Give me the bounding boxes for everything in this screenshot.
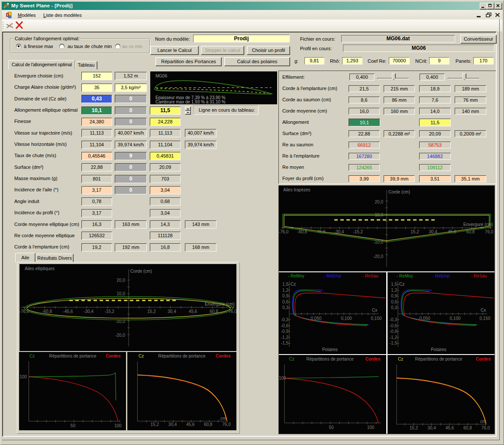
svg-text:30,4: 30,4 (427, 426, 436, 430)
svg-text:50: 50 (71, 423, 76, 428)
svg-text:-15,2: -15,2 (353, 229, 363, 234)
svg-text:-45,6: -45,6 (63, 309, 73, 314)
svg-text:1,2: 1,2 (282, 288, 288, 293)
svg-text:1,5: 1,5 (391, 282, 397, 287)
svg-text:Cz: Cz (139, 354, 144, 358)
svg-text:0,6: 0,6 (282, 300, 288, 304)
svg-text:-1,2: -1,2 (390, 335, 397, 340)
svg-text:76,0: 76,0 (481, 426, 490, 430)
svg-text:-20,0: -20,0 (373, 254, 383, 259)
svg-text:45,6: 45,6 (446, 426, 454, 430)
svg-text:-0,9: -0,9 (390, 329, 397, 334)
svg-text:Ailes trapèzes: Ailes trapèzes (283, 187, 310, 192)
svg-text:Cz: Cz (399, 282, 404, 287)
svg-text:100: 100 (367, 425, 375, 430)
svg-text:15,2: 15,2 (147, 309, 156, 314)
svg-text:30,4: 30,4 (168, 309, 176, 314)
svg-text:Envergure (cm): Envergure (cm) (463, 222, 493, 227)
svg-text:- ReMoy: - ReMoy (397, 274, 413, 278)
svg-text:Cz: Cz (29, 354, 35, 358)
svg-text:Corde (cm): Corde (cm) (388, 190, 410, 194)
svg-text:Répartitions de portance: Répartitions de portance (158, 354, 206, 358)
svg-text:Cz: Cz (291, 282, 296, 287)
svg-text:Polaires: Polaires (322, 347, 338, 352)
svg-text:100: 100 (114, 423, 122, 428)
svg-text:Polaires: Polaires (431, 347, 446, 352)
svg-text:60,8: 60,8 (204, 422, 213, 427)
svg-text:1,5: 1,5 (282, 282, 288, 287)
svg-text:-1,5: -1,5 (390, 341, 397, 345)
svg-text:Cordes: Cordes (216, 354, 231, 358)
svg-text:0,150: 0,150 (479, 316, 490, 321)
svg-text:-0,9: -0,9 (281, 329, 289, 334)
svg-text:Cx: Cx (481, 308, 486, 313)
svg-text:- ReEmp: - ReEmp (433, 274, 450, 278)
svg-text:76,0: 76,0 (485, 229, 494, 234)
svg-text:-1,2: -1,2 (281, 335, 289, 340)
svg-text:20,0: 20,0 (117, 278, 126, 283)
svg-text:20,0: 20,0 (375, 200, 384, 204)
svg-text:15,2: 15,2 (410, 426, 418, 430)
svg-text:-20,0: -20,0 (115, 333, 125, 338)
svg-text:Répartitions de portance: Répartitions de portance (307, 357, 354, 361)
svg-text:10,0: 10,0 (117, 291, 126, 296)
svg-text:0,3: 0,3 (391, 305, 397, 310)
svg-text:0,150: 0,150 (371, 316, 381, 321)
svg-text:Cx: Cx (372, 308, 377, 313)
svg-text:Cz: Cz (289, 357, 294, 361)
svg-text:60,8: 60,8 (463, 426, 472, 430)
svg-text:15,2: 15,2 (151, 422, 159, 427)
svg-text:Corde (cm): Corde (cm) (130, 269, 152, 274)
svg-text:-0,6: -0,6 (281, 323, 289, 328)
svg-text:- ReSau: - ReSau (471, 274, 487, 278)
svg-text:0,3: 0,3 (282, 305, 288, 310)
svg-text:-0,6: -0,6 (390, 323, 397, 328)
svg-text:Répartitions de portance: Répartitions de portance (415, 357, 462, 361)
svg-text:0,100: 0,100 (449, 316, 460, 321)
svg-text:-0,3: -0,3 (281, 317, 289, 322)
svg-text:-15,2: -15,2 (104, 309, 114, 314)
svg-text:cm: cm (220, 416, 226, 421)
svg-text:-0,3: -0,3 (390, 317, 397, 322)
svg-text:0,9: 0,9 (391, 293, 397, 298)
svg-text:- ReEmp: - ReEmp (324, 274, 341, 278)
svg-text:Cordes: Cordes (476, 357, 491, 361)
svg-text:MG06: MG06 (155, 74, 168, 78)
svg-text:Cz: Cz (398, 357, 403, 361)
svg-text:45,6: 45,6 (186, 422, 195, 427)
svg-text:-60,8: -60,8 (42, 309, 52, 314)
svg-text:-30,4: -30,4 (84, 309, 94, 314)
svg-text:Cordes: Cordes (106, 354, 121, 358)
svg-text:-1,5: -1,5 (281, 341, 289, 345)
svg-text:45,6: 45,6 (189, 309, 197, 314)
svg-text:Cambrure max de 1,93 % à 31,10: Cambrure max de 1,93 % à 31,10 % (155, 100, 226, 104)
svg-text:15,2: 15,2 (410, 229, 419, 234)
svg-text:-76,0: -76,0 (279, 229, 289, 234)
svg-text:0,9: 0,9 (282, 293, 288, 298)
svg-text:- ReSau: - ReSau (362, 274, 378, 278)
svg-text:76,0: 76,0 (222, 422, 231, 427)
svg-text:0,6: 0,6 (391, 300, 397, 304)
svg-text:30,4: 30,4 (168, 422, 177, 427)
svg-text:0,100: 0,100 (341, 316, 352, 321)
svg-text:Ailes elliptiques: Ailes elliptiques (25, 266, 55, 271)
svg-text:30,4: 30,4 (429, 229, 437, 234)
svg-text:1,2: 1,2 (391, 288, 397, 293)
svg-text:Répartitions de portance: Répartitions de portance (49, 354, 97, 358)
svg-text:50: 50 (329, 425, 334, 430)
svg-text:100: 100 (19, 374, 27, 379)
svg-text:Cordes: Cordes (365, 357, 381, 361)
svg-text:- ReMoy: - ReMoy (288, 274, 304, 278)
